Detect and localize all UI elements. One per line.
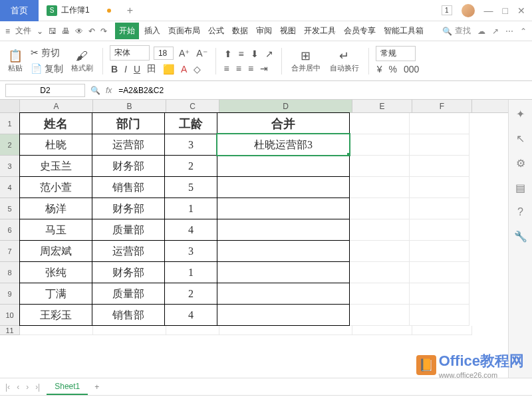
fill-color-button[interactable]: 🟨	[162, 63, 176, 76]
column-header[interactable]: D	[219, 100, 352, 112]
cell[interactable]	[410, 219, 469, 241]
column-header[interactable]: E	[352, 100, 412, 112]
cell[interactable]: 合并	[217, 112, 350, 134]
row-header[interactable]: 1	[0, 113, 20, 134]
cell[interactable]: 销售部	[92, 176, 165, 198]
cell[interactable]	[410, 241, 469, 262]
cell[interactable]	[410, 134, 469, 156]
cell[interactable]: 运营部	[92, 240, 165, 262]
more-icon[interactable]: ⋯	[505, 27, 513, 36]
cell[interactable]: 2	[164, 283, 217, 305]
cell[interactable]	[217, 219, 350, 241]
cell[interactable]	[219, 326, 352, 335]
cell[interactable]	[20, 326, 93, 335]
align-right-icon[interactable]: ≡	[247, 62, 255, 75]
paste-button[interactable]: 📋 粘贴	[5, 47, 25, 74]
cell[interactable]: 财务部	[92, 261, 165, 283]
cell[interactable]: 4	[164, 219, 217, 241]
cell[interactable]	[410, 283, 469, 305]
cell[interactable]: 工龄	[164, 112, 217, 134]
close-button[interactable]: ✕	[517, 5, 525, 16]
ribbon-tab-dev[interactable]: 开发工具	[301, 23, 338, 39]
workbook-tab[interactable]: S 工作簿1	[39, 0, 119, 21]
undo-icon[interactable]: ↶	[88, 27, 95, 36]
cell[interactable]	[166, 326, 219, 335]
cell[interactable]: 丁满	[19, 283, 92, 305]
cell[interactable]: 王彩玉	[19, 304, 92, 326]
cell[interactable]	[412, 326, 472, 335]
select-icon[interactable]: ↖	[516, 132, 525, 145]
copy-button[interactable]: 📄 复制	[29, 62, 65, 76]
column-header[interactable]: B	[93, 100, 166, 112]
cell[interactable]	[217, 304, 350, 326]
row-header[interactable]: 6	[0, 219, 20, 241]
cell[interactable]: 杨洋	[19, 198, 92, 219]
print-icon[interactable]: 🖶	[62, 27, 70, 36]
font-size-select[interactable]: 18	[154, 47, 174, 60]
indent-icon[interactable]: ⇥	[259, 62, 269, 75]
cell[interactable]	[350, 262, 410, 283]
underline-button[interactable]: U	[132, 63, 142, 76]
font-name-select[interactable]: 宋体	[110, 45, 150, 61]
cell[interactable]	[350, 241, 410, 262]
window-count-badge[interactable]: 1	[442, 5, 452, 15]
formula-input[interactable]	[117, 84, 532, 96]
cell[interactable]	[410, 156, 469, 177]
cell[interactable]	[350, 134, 410, 156]
clear-format-button[interactable]: ◇	[192, 63, 202, 76]
settings-icon[interactable]: ⚙	[516, 157, 525, 170]
cell[interactable]: 1	[164, 198, 217, 219]
hamburger-icon[interactable]: ≡	[5, 27, 10, 36]
cell[interactable]: 3	[164, 134, 217, 156]
cell[interactable]	[350, 283, 410, 305]
cell[interactable]: 5	[164, 176, 217, 198]
cell[interactable]	[410, 113, 469, 134]
cell[interactable]	[352, 326, 412, 335]
cell[interactable]: 杜晓	[19, 134, 92, 156]
row-header[interactable]: 3	[0, 156, 20, 177]
align-center-icon[interactable]: ≡	[235, 62, 243, 75]
row-header[interactable]: 8	[0, 262, 20, 283]
file-menu[interactable]: 文件	[15, 25, 31, 37]
italic-button[interactable]: I	[123, 63, 128, 76]
cell[interactable]: 史玉兰	[19, 155, 92, 177]
redo-icon[interactable]: ↷	[100, 27, 107, 36]
cell[interactable]	[217, 176, 350, 198]
cell[interactable]: 范小萱	[19, 176, 92, 198]
orientation-icon[interactable]: ↗	[264, 47, 275, 61]
column-header[interactable]: A	[20, 100, 93, 112]
cell[interactable]: 销售部	[92, 304, 165, 326]
cell[interactable]	[217, 283, 350, 305]
ribbon-tab-formula[interactable]: 公式	[205, 23, 227, 39]
preview-icon[interactable]: 👁	[75, 27, 83, 36]
collapse-ribbon-icon[interactable]: ⌃	[520, 27, 527, 36]
cell[interactable]	[217, 240, 350, 262]
row-header[interactable]: 10	[0, 305, 20, 326]
column-header[interactable]: F	[412, 100, 472, 112]
sheet-next-icon[interactable]: ›	[26, 382, 29, 392]
align-left-icon[interactable]: ≡	[223, 62, 231, 75]
home-tab[interactable]: 首页	[0, 0, 39, 21]
align-top-icon[interactable]: ⬆	[223, 47, 233, 61]
cell[interactable]: 张纯	[19, 261, 92, 283]
bold-button[interactable]: B	[110, 63, 119, 76]
cell[interactable]: 杜晓运营部3	[217, 134, 350, 156]
increase-font-icon[interactable]: A⁺	[178, 47, 191, 60]
cell[interactable]	[350, 198, 410, 219]
cell[interactable]: 运营部	[92, 134, 165, 156]
save-icon[interactable]: 🖫	[49, 27, 57, 36]
chevron-down-icon[interactable]: ⌄	[37, 27, 43, 36]
cell[interactable]	[350, 305, 410, 326]
row-header[interactable]: 7	[0, 241, 20, 262]
add-tab-button[interactable]: +	[119, 5, 141, 17]
currency-icon[interactable]: ¥	[376, 63, 384, 76]
row-header[interactable]: 9	[0, 283, 20, 305]
properties-icon[interactable]: ▤	[515, 182, 525, 194]
cell[interactable]	[410, 262, 469, 283]
user-avatar[interactable]	[462, 4, 475, 17]
align-bottom-icon[interactable]: ⬇	[249, 47, 260, 61]
cloud-icon[interactable]: ☁	[477, 27, 485, 36]
cell[interactable]	[350, 177, 410, 198]
cell[interactable]: 4	[164, 304, 217, 326]
number-format-select[interactable]: 常规	[376, 46, 416, 61]
